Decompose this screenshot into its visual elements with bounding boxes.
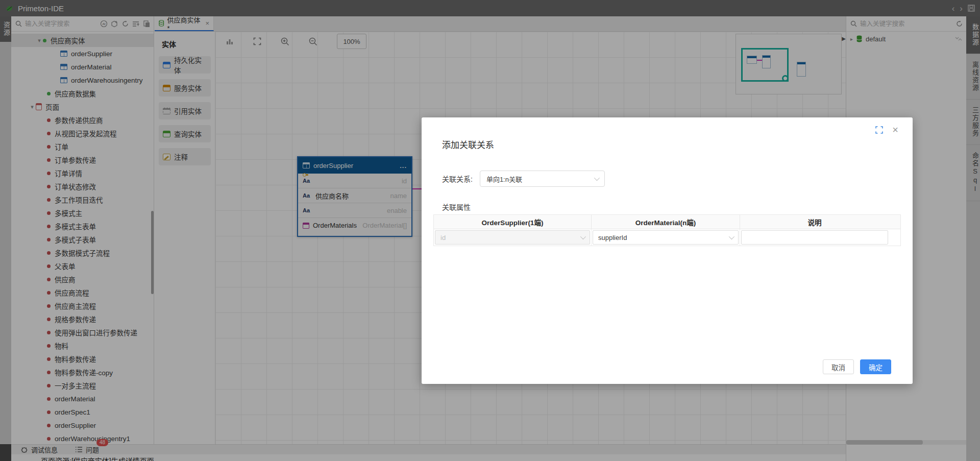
column-header: OrderSupplier(1端) bbox=[434, 215, 592, 229]
relation-type-select[interactable]: 单向1:n关联 bbox=[480, 171, 605, 187]
add-relation-dialog: 添加关联关系 × 关联关系: 单向1:n关联 关联属性 OrderSupplie… bbox=[422, 117, 913, 384]
chevron-down-icon bbox=[594, 175, 600, 181]
chevron-down-icon bbox=[580, 234, 586, 239]
cancel-button[interactable]: 取消 bbox=[823, 359, 854, 374]
dialog-title: 添加关联关系 bbox=[442, 138, 494, 151]
supplier-field-select[interactable]: id bbox=[435, 230, 590, 245]
chevron-down-icon bbox=[729, 234, 734, 239]
confirm-button[interactable]: 确定 bbox=[860, 359, 891, 374]
table-row: id supplierId bbox=[434, 229, 900, 246]
relation-props-label: 关联属性 bbox=[442, 202, 471, 212]
relation-type-label: 关联关系: bbox=[442, 174, 473, 184]
close-dialog-icon[interactable]: × bbox=[892, 125, 898, 135]
material-field-select[interactable]: supplierId bbox=[593, 230, 739, 245]
description-input[interactable] bbox=[741, 230, 888, 245]
column-header: OrderMaterial(n端) bbox=[592, 215, 740, 229]
column-header: 说明 bbox=[740, 215, 889, 229]
relation-props-table: OrderSupplier(1端) OrderMaterial(n端) 说明 i… bbox=[433, 214, 901, 246]
maximize-dialog-icon[interactable] bbox=[875, 126, 883, 134]
